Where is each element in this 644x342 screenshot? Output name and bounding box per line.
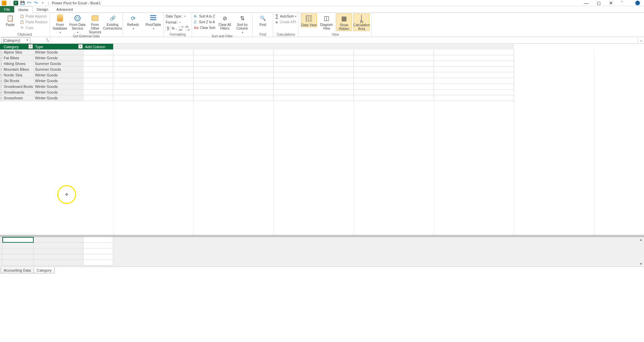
measure-cell[interactable] <box>34 248 84 254</box>
column-header-category[interactable]: Category▾ <box>2 44 34 49</box>
cell-category[interactable]: Fat Bikes <box>2 55 34 61</box>
tab-design[interactable]: Design <box>33 6 52 12</box>
row-header[interactable]: 3 <box>0 61 2 67</box>
cell-type[interactable]: Winter Goods <box>34 95 84 101</box>
qat-dropdown-icon[interactable]: ▾ <box>40 0 45 6</box>
sheet-tab-accounting[interactable]: Accounting Data <box>1 268 34 273</box>
vertical-scrollbar[interactable]: ▲ ▼ <box>638 237 644 267</box>
fx-icon[interactable]: fx <box>46 38 49 43</box>
measure-cell[interactable] <box>84 248 113 254</box>
diagram-view-button[interactable]: ◫Diagram View <box>318 13 334 30</box>
row-header[interactable]: 1 <box>0 49 2 55</box>
cell-category[interactable]: Ski Boots <box>2 78 34 84</box>
tab-file[interactable]: File <box>0 6 14 12</box>
comma-button[interactable]: , <box>176 27 177 30</box>
measure-cell[interactable] <box>2 254 34 260</box>
excel-icon[interactable]: X <box>13 0 19 6</box>
sort-by-column-button[interactable]: ⇅Sort by Column <box>234 13 250 34</box>
measure-cell[interactable] <box>2 237 34 243</box>
datatype-dropdown[interactable]: Data Type :▾ <box>166 13 190 19</box>
row-header[interactable]: 5 <box>0 72 2 78</box>
measure-cell[interactable] <box>34 260 84 266</box>
scroll-up-icon[interactable]: ▲ <box>638 237 644 242</box>
from-data-service-button[interactable]: From Data Service <box>69 13 86 34</box>
cell-type[interactable]: Winter Goods <box>34 84 84 90</box>
cell-empty[interactable] <box>84 72 113 78</box>
format-dropdown[interactable]: Format :▾ <box>166 20 190 25</box>
refresh-button[interactable]: ⟳Refresh <box>125 13 141 30</box>
sort-za-button[interactable]: Z↓Sort Z to A <box>194 19 216 25</box>
cell-type[interactable]: Winter Goods <box>34 90 84 95</box>
cell-category[interactable]: Mountain Bikes <box>2 67 34 72</box>
measure-cell[interactable] <box>2 260 34 266</box>
create-kpi-button[interactable]: ◉Create KPI <box>275 19 296 25</box>
calculation-area-button[interactable]: ƒxCalculation Area <box>353 13 369 31</box>
column-header-type[interactable]: Type▾ <box>34 44 84 49</box>
from-other-sources-button[interactable]: From Other Sources <box>87 13 103 34</box>
measure-cell[interactable] <box>84 254 113 260</box>
find-button[interactable]: 🔍Find <box>255 13 271 27</box>
cell-empty[interactable] <box>84 67 113 72</box>
cell-category[interactable]: Hiking Shoes <box>2 61 34 67</box>
filter-icon[interactable]: ▾ <box>28 44 33 49</box>
cell-category[interactable]: Snowshoes <box>2 95 34 101</box>
formula-expand-icon[interactable]: ⌄ <box>638 38 644 42</box>
row-header[interactable]: 6 <box>0 78 2 84</box>
cell-category[interactable]: Nordic Skis <box>2 72 34 78</box>
show-hidden-button[interactable]: ▦Show Hidden <box>336 13 352 31</box>
measure-cell[interactable] <box>2 248 34 254</box>
help-icon[interactable]: ? <box>635 1 640 5</box>
row-header[interactable]: 4 <box>0 67 2 72</box>
sheet-tab-category[interactable]: Category <box>34 268 55 273</box>
filter-icon[interactable]: ▾ <box>78 44 83 49</box>
paste-button[interactable]: 📋 Paste <box>2 13 18 27</box>
cell-type[interactable]: Winter Goods <box>34 78 84 84</box>
cell-type[interactable]: Winter Goods <box>34 72 84 78</box>
cell-empty[interactable] <box>84 55 113 61</box>
cell-type[interactable]: Summer Goods <box>34 67 84 72</box>
cell-empty[interactable] <box>84 84 113 90</box>
scroll-down-icon[interactable]: ▼ <box>638 261 644 267</box>
increase-decimal-button[interactable]: ←.0.00 <box>178 25 183 31</box>
minimize-button[interactable]: — <box>584 0 589 6</box>
measure-cell[interactable] <box>84 237 113 243</box>
sort-az-button[interactable]: A↓Sort A to Z <box>194 13 216 19</box>
measure-cell[interactable] <box>34 237 84 243</box>
data-grid[interactable]: Category▾Type▾Add Column1Alpine SkisWint… <box>0 44 644 235</box>
measure-cell[interactable] <box>84 260 113 266</box>
name-box[interactable]: [Category] ▼ <box>1 37 30 43</box>
measure-cell[interactable] <box>84 243 113 248</box>
cell-empty[interactable] <box>84 61 113 67</box>
measure-cell[interactable] <box>34 254 84 260</box>
select-all-corner[interactable] <box>0 44 2 49</box>
clear-all-filters-button[interactable]: ⊘Clear All Filters <box>217 13 233 30</box>
row-header[interactable]: 9 <box>0 95 2 101</box>
chevron-down-icon[interactable]: ▼ <box>26 39 29 42</box>
calculation-area[interactable]: ▲ ▼ <box>0 237 644 267</box>
ribbon-collapse-icon[interactable]: ˄ <box>621 1 623 5</box>
add-column-header[interactable]: Add Column <box>84 44 113 49</box>
formula-input[interactable] <box>51 37 638 43</box>
measure-cell[interactable] <box>34 243 84 248</box>
redo-icon[interactable]: ↷▾ <box>33 0 39 6</box>
undo-icon[interactable]: ↶▾ <box>27 0 32 6</box>
tab-advanced[interactable]: Advanced <box>52 6 77 12</box>
save-icon[interactable]: 💾 <box>20 0 25 6</box>
cell-empty[interactable] <box>84 95 113 101</box>
cell-category[interactable]: Snowboards <box>2 90 34 95</box>
tab-home[interactable]: Home <box>14 6 33 13</box>
cell-type[interactable]: Winter Goods <box>34 49 84 55</box>
measure-cell[interactable] <box>2 243 34 248</box>
close-button[interactable]: ✕ <box>609 0 613 6</box>
currency-button[interactable]: $ <box>166 26 170 31</box>
decrease-decimal-button[interactable]: .00→.0 <box>185 25 190 31</box>
data-view-button[interactable]: Data View <box>301 13 317 27</box>
cell-category[interactable]: Alpine Skis <box>2 49 34 55</box>
cell-type[interactable]: Winter Goods <box>34 55 84 61</box>
percent-button[interactable]: % <box>172 27 175 30</box>
from-database-button[interactable]: From Database <box>52 13 68 34</box>
cell-type[interactable]: Summer Goods <box>34 61 84 67</box>
clear-sort-button[interactable]: A⊘Clear Sort <box>194 25 216 30</box>
autosum-button[interactable]: ∑AutoSum▾ <box>275 13 296 19</box>
pivottable-button[interactable]: PivotTable <box>145 13 161 30</box>
